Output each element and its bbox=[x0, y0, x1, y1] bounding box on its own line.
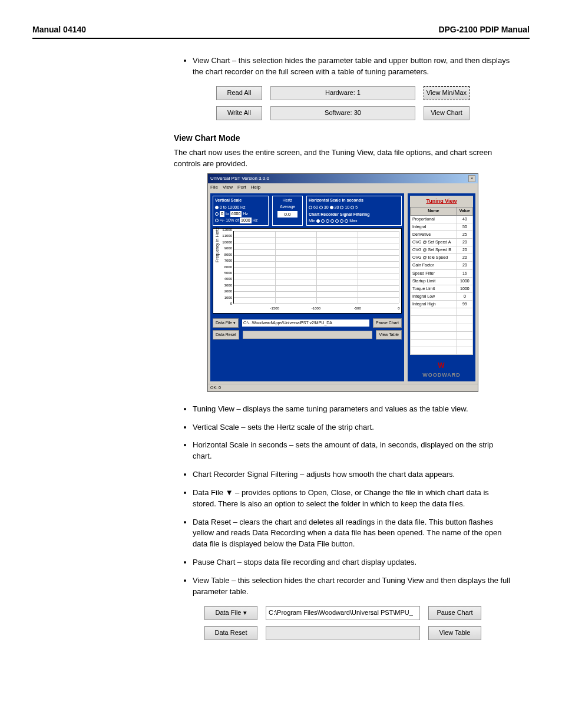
table-row[interactable]: OVG @ Set Speed A20 bbox=[411, 239, 473, 246]
tuning-table: Name Value Proportional40Integral50Deriv… bbox=[410, 207, 473, 355]
header-right: DPG-2100 PDIP Manual bbox=[438, 24, 530, 35]
chart-panel: Vertical Scale 0 to 12000 Hz 0to6000Hz +… bbox=[210, 193, 404, 381]
tuning-name: Torque Limit bbox=[411, 285, 457, 292]
vscale-hz1: Hz bbox=[243, 211, 248, 217]
vscale-high-input[interactable]: 6000 bbox=[230, 211, 242, 217]
tuning-name: OVG @ Idle Speed bbox=[411, 254, 457, 262]
view-table-button[interactable]: View Table bbox=[376, 330, 402, 340]
menubar: File View Port Help bbox=[208, 183, 478, 192]
table-row[interactable]: Proportional40 bbox=[411, 215, 473, 223]
table-row[interactable]: Derivative25 bbox=[411, 230, 473, 238]
hscale-30: 30 bbox=[324, 205, 329, 210]
tuning-title: Tuning View bbox=[410, 196, 473, 207]
tuning-name: Startup Limit bbox=[411, 277, 457, 285]
chart-ylabel: Frequency in Hertz bbox=[214, 228, 220, 262]
tuning-value: 1000 bbox=[457, 277, 472, 285]
table-row[interactable]: OVG @ Idle Speed20 bbox=[411, 254, 473, 262]
tuning-value: 40 bbox=[457, 215, 472, 223]
logo-text: WOODWARD bbox=[410, 371, 473, 379]
table-row[interactable]: Integral High99 bbox=[411, 301, 473, 308]
tuning-name: Integral bbox=[411, 223, 457, 230]
hscale-r5[interactable] bbox=[351, 206, 354, 209]
filter-r4[interactable] bbox=[330, 219, 334, 223]
hscale-title: Horizontal Scale in seconds bbox=[309, 197, 399, 203]
filter-r2[interactable] bbox=[321, 219, 325, 223]
close-icon[interactable]: × bbox=[468, 175, 475, 182]
hscale-r10[interactable] bbox=[340, 206, 343, 209]
data-file-path-2: C:\Program Files\Woodward\Universal PST\… bbox=[266, 606, 420, 620]
read-all-button[interactable]: Read All bbox=[216, 86, 262, 100]
table-row[interactable]: Startup Limit1000 bbox=[411, 277, 473, 285]
menu-help[interactable]: Help bbox=[251, 184, 260, 191]
data-file-button-2[interactable]: Data File ▾ bbox=[204, 606, 257, 620]
tuning-name: Speed Filter bbox=[411, 269, 457, 277]
strip-chart: Frequency in Hertz 010002000300040005000… bbox=[213, 228, 402, 314]
vscale-pct-input[interactable]: 1000 bbox=[240, 218, 252, 223]
tuning-name: OVG @ Set Speed A bbox=[411, 239, 457, 246]
table-row[interactable]: Speed Filter16 bbox=[411, 269, 473, 277]
tuning-value: 1000 bbox=[457, 285, 472, 292]
view-table-button-2[interactable]: View Table bbox=[428, 626, 481, 640]
data-file-path: C:\...Woodward\Apps\UniversalPST v2\MPU_… bbox=[242, 319, 369, 327]
table-row bbox=[411, 331, 473, 339]
list-item: Tuning View – displays the same tuning p… bbox=[193, 404, 512, 415]
pause-chart-button-2[interactable]: Pause Chart bbox=[428, 606, 481, 620]
button-row-screenshot-2: Data File ▾ C:\Program Files\Woodward\Un… bbox=[204, 606, 481, 640]
menu-port[interactable]: Port bbox=[237, 184, 246, 191]
filter-r3[interactable] bbox=[326, 219, 329, 223]
tuning-value: 20 bbox=[457, 262, 472, 269]
table-row bbox=[411, 324, 473, 331]
hscale-r20[interactable] bbox=[330, 206, 333, 209]
table-row[interactable]: Integral50 bbox=[411, 223, 473, 230]
view-minmax-button[interactable]: View Min/Max bbox=[424, 86, 470, 100]
tuning-value: 25 bbox=[457, 230, 472, 238]
data-reset-button[interactable]: Data Reset bbox=[213, 330, 239, 340]
vscale-radio-2[interactable] bbox=[215, 212, 219, 216]
vscale-radio-1[interactable] bbox=[215, 206, 219, 209]
hscale-r30[interactable] bbox=[319, 206, 323, 209]
menu-view[interactable]: View bbox=[223, 184, 233, 191]
filter-r5[interactable] bbox=[335, 219, 339, 223]
list-item: Chart Recorder Signal Filtering – adjust… bbox=[193, 469, 512, 480]
tuning-value: 20 bbox=[457, 239, 472, 246]
chart-yticks: 0100020003000400050006000700080009000100… bbox=[222, 230, 233, 304]
tuning-col-name: Name bbox=[411, 207, 457, 215]
chart-xticks: -1500-1000-5000 bbox=[233, 306, 399, 312]
pause-chart-button[interactable]: Pause Chart bbox=[373, 318, 402, 328]
table-row[interactable]: OVG @ Set Speed B20 bbox=[411, 246, 473, 254]
table-row bbox=[411, 347, 473, 355]
tuning-name: Derivative bbox=[411, 230, 457, 238]
tuning-value: 0 bbox=[457, 293, 472, 301]
intro-bullet-list: View Chart – this selection hides the pa… bbox=[193, 55, 512, 78]
list-item: Vertical Scale – sets the Hertz scale of… bbox=[193, 422, 512, 433]
section-text: The chart now uses the entire screen, an… bbox=[174, 147, 512, 170]
hertz-average-group: Hertz Average 0.0 bbox=[272, 196, 303, 226]
menu-file[interactable]: File bbox=[210, 184, 218, 191]
tuning-name: Integral Low bbox=[411, 293, 457, 301]
list-item: View Table – this selection hides the ch… bbox=[193, 575, 512, 598]
app-window: Universal PST Version 3.0.0 × File View … bbox=[207, 173, 478, 392]
write-all-button[interactable]: Write All bbox=[216, 106, 262, 120]
list-item: Data File ▼ – provides options to Open, … bbox=[193, 487, 512, 510]
data-file-button[interactable]: Data File ▾ bbox=[213, 318, 239, 328]
view-chart-button[interactable]: View Chart bbox=[424, 106, 470, 120]
tuning-panel: Tuning View Name Value Proportional40Int… bbox=[408, 193, 475, 381]
vscale-low-input[interactable]: 0 bbox=[220, 211, 224, 217]
table-row[interactable]: Torque Limit1000 bbox=[411, 285, 473, 292]
filter-r6[interactable] bbox=[340, 219, 343, 223]
table-row[interactable]: Integral Low0 bbox=[411, 293, 473, 301]
tuning-name: Gain Factor bbox=[411, 262, 457, 269]
table-row[interactable]: Gain Factor20 bbox=[411, 262, 473, 269]
vertical-scale-group: Vertical Scale 0 to 12000 Hz 0to6000Hz +… bbox=[213, 196, 269, 226]
vscale-radio-3[interactable] bbox=[215, 219, 219, 222]
havg-value: 0.0 bbox=[277, 211, 297, 218]
table-row bbox=[411, 308, 473, 316]
data-reset-button-2[interactable]: Data Reset bbox=[204, 626, 257, 640]
filter-max: Max bbox=[349, 218, 357, 224]
tuning-value: 20 bbox=[457, 254, 472, 262]
woodward-logo: W WOODWARD bbox=[410, 361, 473, 378]
tuning-value: 20 bbox=[457, 246, 472, 254]
hscale-r60[interactable] bbox=[309, 206, 312, 209]
filter-r1[interactable] bbox=[316, 219, 320, 223]
filter-r7[interactable] bbox=[345, 219, 348, 223]
